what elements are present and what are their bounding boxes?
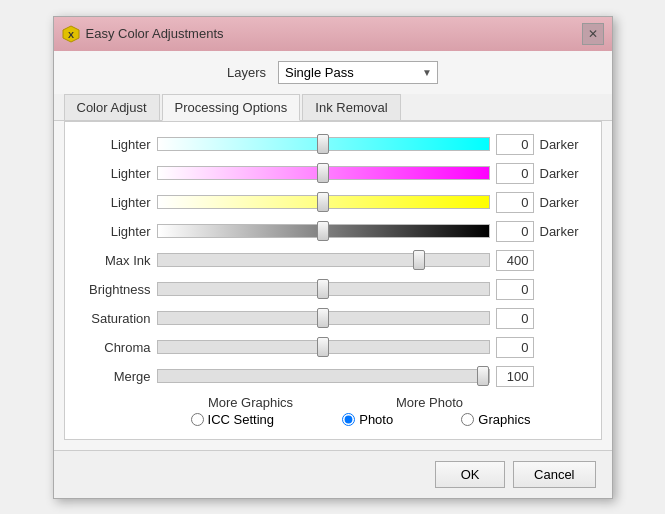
layers-select-wrapper[interactable]: Single Pass Multi Pass <box>278 61 438 84</box>
slider-value-maxink[interactable]: 400 <box>496 250 534 271</box>
dialog-window: X Easy Color Adjustments ✕ Layers Single… <box>53 16 613 499</box>
slider-track-container-chroma <box>157 337 490 357</box>
radio-section: More Graphics More Photo ICC Setting Pho… <box>81 395 585 427</box>
radio-photo[interactable] <box>342 413 355 426</box>
layers-row: Layers Single Pass Multi Pass <box>54 51 612 94</box>
footer: OK Cancel <box>54 450 612 498</box>
slider-black[interactable] <box>157 224 490 238</box>
slider-row-maxink: Max Ink 400 <box>81 250 585 271</box>
radio-graphics[interactable] <box>461 413 474 426</box>
slider-label-chroma: Chroma <box>81 340 151 355</box>
slider-track-container-black <box>157 221 490 241</box>
slider-row-merge: Merge 100 <box>81 366 585 387</box>
title-bar-left: X Easy Color Adjustments <box>62 25 224 43</box>
slider-brightness[interactable] <box>157 282 490 296</box>
slider-value-cyan[interactable]: 0 <box>496 134 534 155</box>
slider-row-cyan: Lighter 0 Darker <box>81 134 585 155</box>
slider-right-label-darker-3: Darker <box>540 195 585 210</box>
app-icon: X <box>62 25 80 43</box>
slider-right-label-darker-2: Darker <box>540 166 585 181</box>
radio-labels-row: More Graphics More Photo <box>81 395 585 410</box>
slider-value-chroma[interactable]: 0 <box>496 337 534 358</box>
radio-item-icc[interactable]: ICC Setting <box>191 412 274 427</box>
slider-label-merge: Merge <box>81 369 151 384</box>
slider-value-magenta[interactable]: 0 <box>496 163 534 184</box>
layers-select[interactable]: Single Pass Multi Pass <box>278 61 438 84</box>
slider-row-magenta: Lighter 0 Darker <box>81 163 585 184</box>
slider-track-container-brightness <box>157 279 490 299</box>
slider-track-container-maxink <box>157 250 490 270</box>
slider-label-saturation: Saturation <box>81 311 151 326</box>
radio-icc[interactable] <box>191 413 204 426</box>
cancel-button[interactable]: Cancel <box>513 461 595 488</box>
radio-label-graphics: Graphics <box>478 412 530 427</box>
slider-cyan[interactable] <box>157 137 490 151</box>
slider-maxink[interactable] <box>157 253 490 267</box>
radio-label-icc: ICC Setting <box>208 412 274 427</box>
slider-label-brightness: Brightness <box>81 282 151 297</box>
slider-value-black[interactable]: 0 <box>496 221 534 242</box>
label-more-photo: More Photo <box>396 395 463 410</box>
slider-yellow[interactable] <box>157 195 490 209</box>
slider-row-black: Lighter 0 Darker <box>81 221 585 242</box>
slider-track-container-saturation <box>157 308 490 328</box>
radio-row: ICC Setting Photo Graphics <box>81 412 585 427</box>
dialog-body: Layers Single Pass Multi Pass Color Adju… <box>54 51 612 440</box>
slider-saturation[interactable] <box>157 311 490 325</box>
slider-track-container-merge <box>157 366 490 386</box>
slider-label-lighter-3: Lighter <box>81 195 151 210</box>
content-area: Lighter 0 Darker Lighter 0 Darker Lighte… <box>64 121 602 440</box>
layers-label: Layers <box>227 65 266 80</box>
title-bar: X Easy Color Adjustments ✕ <box>54 17 612 51</box>
slider-right-label-darker-4: Darker <box>540 224 585 239</box>
slider-label-lighter-1: Lighter <box>81 137 151 152</box>
radio-label-photo: Photo <box>359 412 393 427</box>
slider-track-container-cyan <box>157 134 490 154</box>
ok-button[interactable]: OK <box>435 461 505 488</box>
tab-ink-removal[interactable]: Ink Removal <box>302 94 400 120</box>
slider-track-container-yellow <box>157 192 490 212</box>
slider-label-maxink: Max Ink <box>81 253 151 268</box>
slider-value-yellow[interactable]: 0 <box>496 192 534 213</box>
tab-bar: Color Adjust Processing Options Ink Remo… <box>54 94 612 121</box>
slider-value-brightness[interactable]: 0 <box>496 279 534 300</box>
slider-value-merge[interactable]: 100 <box>496 366 534 387</box>
slider-magenta[interactable] <box>157 166 490 180</box>
slider-track-container-magenta <box>157 163 490 183</box>
slider-merge[interactable] <box>157 369 490 383</box>
slider-right-label-darker-1: Darker <box>540 137 585 152</box>
slider-chroma[interactable] <box>157 340 490 354</box>
svg-text:X: X <box>67 30 73 40</box>
radio-item-photo[interactable]: Photo <box>342 412 393 427</box>
slider-row-saturation: Saturation 0 <box>81 308 585 329</box>
slider-value-saturation[interactable]: 0 <box>496 308 534 329</box>
tab-processing-options[interactable]: Processing Options <box>162 94 301 121</box>
tab-color-adjust[interactable]: Color Adjust <box>64 94 160 120</box>
close-button[interactable]: ✕ <box>582 23 604 45</box>
slider-row-yellow: Lighter 0 Darker <box>81 192 585 213</box>
slider-row-brightness: Brightness 0 <box>81 279 585 300</box>
slider-label-lighter-4: Lighter <box>81 224 151 239</box>
radio-item-graphics[interactable]: Graphics <box>461 412 530 427</box>
label-more-graphics: More Graphics <box>208 395 293 410</box>
slider-row-chroma: Chroma 0 <box>81 337 585 358</box>
slider-label-lighter-2: Lighter <box>81 166 151 181</box>
window-title: Easy Color Adjustments <box>86 26 224 41</box>
